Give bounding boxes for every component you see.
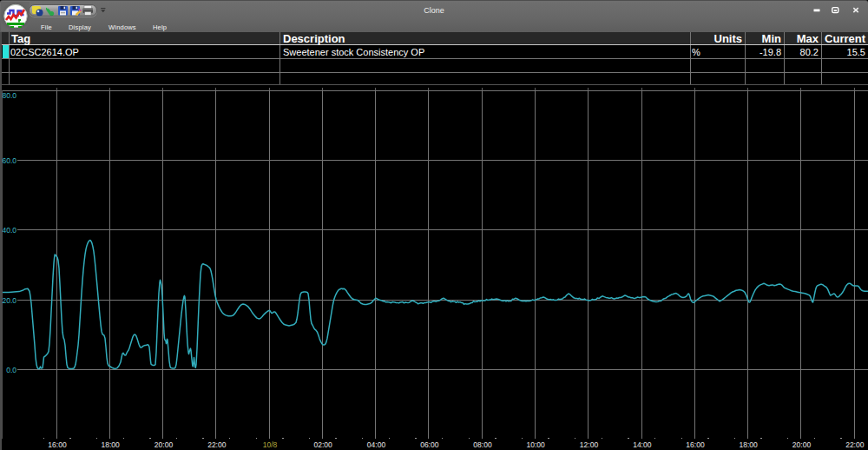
svg-text:18:00: 18:00 — [740, 440, 759, 449]
svg-text:18:00: 18:00 — [102, 440, 121, 449]
svg-text:16:00: 16:00 — [686, 440, 705, 449]
svg-text:22:00: 22:00 — [845, 440, 865, 449]
svg-text:40.0: 40.0 — [2, 226, 16, 235]
svg-text:04:00: 04:00 — [367, 440, 386, 449]
svg-text:02:00: 02:00 — [314, 440, 333, 449]
svg-text:0.0: 0.0 — [6, 366, 16, 374]
svg-text:10:00: 10:00 — [527, 440, 546, 449]
svg-text:20.0: 20.0 — [2, 296, 16, 305]
svg-text:10/8: 10/8 — [263, 440, 278, 449]
svg-text:80.0: 80.0 — [2, 91, 16, 100]
svg-text:20:00: 20:00 — [792, 440, 812, 449]
svg-text:22:00: 22:00 — [207, 440, 227, 449]
svg-text:20:00: 20:00 — [155, 440, 174, 449]
svg-text:16:00: 16:00 — [48, 440, 67, 449]
svg-text:12:00: 12:00 — [580, 440, 599, 449]
svg-text:06:00: 06:00 — [420, 440, 439, 449]
svg-text:14:00: 14:00 — [633, 440, 652, 449]
svg-text:60.0: 60.0 — [2, 156, 16, 165]
svg-text:08:00: 08:00 — [473, 440, 492, 449]
